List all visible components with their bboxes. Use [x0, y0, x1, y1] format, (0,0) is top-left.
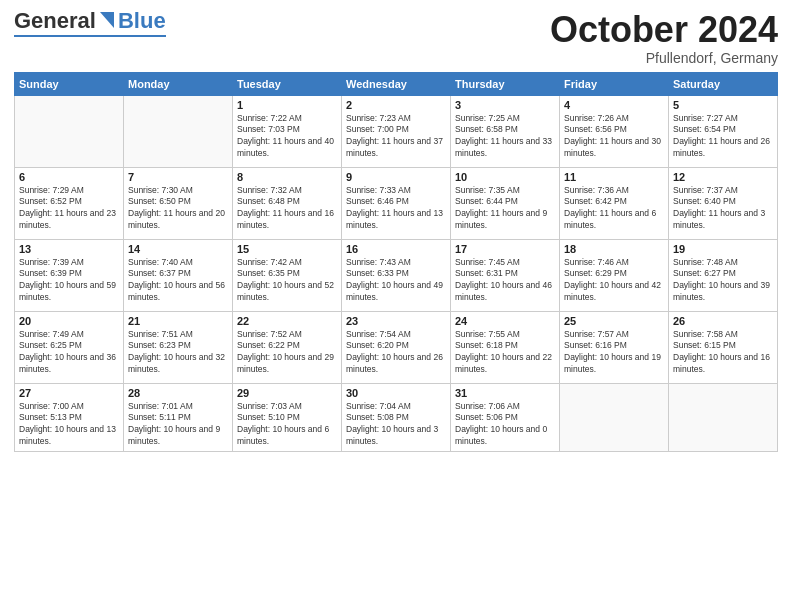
day-info: Sunrise: 7:35 AM Sunset: 6:44 PM Dayligh… — [455, 185, 555, 233]
location: Pfullendorf, Germany — [550, 50, 778, 66]
day-number: 9 — [346, 171, 446, 183]
day-info: Sunrise: 7:27 AM Sunset: 6:54 PM Dayligh… — [673, 113, 773, 161]
day-info: Sunrise: 7:43 AM Sunset: 6:33 PM Dayligh… — [346, 257, 446, 305]
day-info: Sunrise: 7:26 AM Sunset: 6:56 PM Dayligh… — [564, 113, 664, 161]
day-info: Sunrise: 7:49 AM Sunset: 6:25 PM Dayligh… — [19, 329, 119, 377]
table-row: 2Sunrise: 7:23 AM Sunset: 7:00 PM Daylig… — [342, 95, 451, 167]
calendar-header-row: Sunday Monday Tuesday Wednesday Thursday… — [15, 72, 778, 95]
day-number: 3 — [455, 99, 555, 111]
day-info: Sunrise: 7:54 AM Sunset: 6:20 PM Dayligh… — [346, 329, 446, 377]
day-info: Sunrise: 7:51 AM Sunset: 6:23 PM Dayligh… — [128, 329, 228, 377]
day-number: 30 — [346, 387, 446, 399]
day-info: Sunrise: 7:57 AM Sunset: 6:16 PM Dayligh… — [564, 329, 664, 377]
day-info: Sunrise: 7:33 AM Sunset: 6:46 PM Dayligh… — [346, 185, 446, 233]
day-info: Sunrise: 7:55 AM Sunset: 6:18 PM Dayligh… — [455, 329, 555, 377]
col-sunday: Sunday — [15, 72, 124, 95]
table-row — [15, 95, 124, 167]
table-row: 8Sunrise: 7:32 AM Sunset: 6:48 PM Daylig… — [233, 167, 342, 239]
day-number: 12 — [673, 171, 773, 183]
day-number: 15 — [237, 243, 337, 255]
table-row: 10Sunrise: 7:35 AM Sunset: 6:44 PM Dayli… — [451, 167, 560, 239]
day-number: 18 — [564, 243, 664, 255]
day-info: Sunrise: 7:36 AM Sunset: 6:42 PM Dayligh… — [564, 185, 664, 233]
day-number: 7 — [128, 171, 228, 183]
day-number: 4 — [564, 99, 664, 111]
table-row — [669, 383, 778, 452]
table-row: 21Sunrise: 7:51 AM Sunset: 6:23 PM Dayli… — [124, 311, 233, 383]
table-row: 16Sunrise: 7:43 AM Sunset: 6:33 PM Dayli… — [342, 239, 451, 311]
table-row: 20Sunrise: 7:49 AM Sunset: 6:25 PM Dayli… — [15, 311, 124, 383]
table-row: 18Sunrise: 7:46 AM Sunset: 6:29 PM Dayli… — [560, 239, 669, 311]
day-info: Sunrise: 7:29 AM Sunset: 6:52 PM Dayligh… — [19, 185, 119, 233]
col-tuesday: Tuesday — [233, 72, 342, 95]
col-friday: Friday — [560, 72, 669, 95]
table-row: 1Sunrise: 7:22 AM Sunset: 7:03 PM Daylig… — [233, 95, 342, 167]
day-number: 13 — [19, 243, 119, 255]
day-info: Sunrise: 7:39 AM Sunset: 6:39 PM Dayligh… — [19, 257, 119, 305]
day-number: 11 — [564, 171, 664, 183]
header: General Blue October 2024 Pfullendorf, G… — [14, 10, 778, 66]
table-row: 23Sunrise: 7:54 AM Sunset: 6:20 PM Dayli… — [342, 311, 451, 383]
day-info: Sunrise: 7:58 AM Sunset: 6:15 PM Dayligh… — [673, 329, 773, 377]
day-info: Sunrise: 7:01 AM Sunset: 5:11 PM Dayligh… — [128, 401, 228, 449]
day-info: Sunrise: 7:30 AM Sunset: 6:50 PM Dayligh… — [128, 185, 228, 233]
col-saturday: Saturday — [669, 72, 778, 95]
table-row: 27Sunrise: 7:00 AM Sunset: 5:13 PM Dayli… — [15, 383, 124, 452]
day-number: 8 — [237, 171, 337, 183]
day-info: Sunrise: 7:03 AM Sunset: 5:10 PM Dayligh… — [237, 401, 337, 449]
svg-marker-0 — [100, 12, 114, 28]
table-row: 14Sunrise: 7:40 AM Sunset: 6:37 PM Dayli… — [124, 239, 233, 311]
table-row: 9Sunrise: 7:33 AM Sunset: 6:46 PM Daylig… — [342, 167, 451, 239]
day-number: 23 — [346, 315, 446, 327]
day-number: 14 — [128, 243, 228, 255]
day-number: 22 — [237, 315, 337, 327]
day-info: Sunrise: 7:37 AM Sunset: 6:40 PM Dayligh… — [673, 185, 773, 233]
day-info: Sunrise: 7:42 AM Sunset: 6:35 PM Dayligh… — [237, 257, 337, 305]
table-row: 5Sunrise: 7:27 AM Sunset: 6:54 PM Daylig… — [669, 95, 778, 167]
table-row: 17Sunrise: 7:45 AM Sunset: 6:31 PM Dayli… — [451, 239, 560, 311]
day-info: Sunrise: 7:22 AM Sunset: 7:03 PM Dayligh… — [237, 113, 337, 161]
table-row: 28Sunrise: 7:01 AM Sunset: 5:11 PM Dayli… — [124, 383, 233, 452]
day-info: Sunrise: 7:32 AM Sunset: 6:48 PM Dayligh… — [237, 185, 337, 233]
day-number: 31 — [455, 387, 555, 399]
day-number: 20 — [19, 315, 119, 327]
table-row: 3Sunrise: 7:25 AM Sunset: 6:58 PM Daylig… — [451, 95, 560, 167]
table-row: 15Sunrise: 7:42 AM Sunset: 6:35 PM Dayli… — [233, 239, 342, 311]
day-number: 25 — [564, 315, 664, 327]
day-info: Sunrise: 7:23 AM Sunset: 7:00 PM Dayligh… — [346, 113, 446, 161]
col-thursday: Thursday — [451, 72, 560, 95]
day-number: 17 — [455, 243, 555, 255]
table-row: 30Sunrise: 7:04 AM Sunset: 5:08 PM Dayli… — [342, 383, 451, 452]
day-number: 16 — [346, 243, 446, 255]
day-number: 1 — [237, 99, 337, 111]
day-info: Sunrise: 7:25 AM Sunset: 6:58 PM Dayligh… — [455, 113, 555, 161]
table-row: 25Sunrise: 7:57 AM Sunset: 6:16 PM Dayli… — [560, 311, 669, 383]
day-number: 24 — [455, 315, 555, 327]
day-number: 28 — [128, 387, 228, 399]
day-info: Sunrise: 7:40 AM Sunset: 6:37 PM Dayligh… — [128, 257, 228, 305]
month-title: October 2024 — [550, 10, 778, 50]
day-number: 6 — [19, 171, 119, 183]
table-row — [124, 95, 233, 167]
calendar-table: Sunday Monday Tuesday Wednesday Thursday… — [14, 72, 778, 453]
day-number: 19 — [673, 243, 773, 255]
table-row: 22Sunrise: 7:52 AM Sunset: 6:22 PM Dayli… — [233, 311, 342, 383]
table-row: 31Sunrise: 7:06 AM Sunset: 5:06 PM Dayli… — [451, 383, 560, 452]
table-row — [560, 383, 669, 452]
table-row: 11Sunrise: 7:36 AM Sunset: 6:42 PM Dayli… — [560, 167, 669, 239]
day-number: 26 — [673, 315, 773, 327]
table-row: 24Sunrise: 7:55 AM Sunset: 6:18 PM Dayli… — [451, 311, 560, 383]
title-area: October 2024 Pfullendorf, Germany — [550, 10, 778, 66]
day-number: 2 — [346, 99, 446, 111]
day-info: Sunrise: 7:04 AM Sunset: 5:08 PM Dayligh… — [346, 401, 446, 449]
page-container: General Blue October 2024 Pfullendorf, G… — [0, 0, 792, 460]
table-row: 6Sunrise: 7:29 AM Sunset: 6:52 PM Daylig… — [15, 167, 124, 239]
table-row: 12Sunrise: 7:37 AM Sunset: 6:40 PM Dayli… — [669, 167, 778, 239]
table-row: 4Sunrise: 7:26 AM Sunset: 6:56 PM Daylig… — [560, 95, 669, 167]
day-info: Sunrise: 7:45 AM Sunset: 6:31 PM Dayligh… — [455, 257, 555, 305]
table-row: 7Sunrise: 7:30 AM Sunset: 6:50 PM Daylig… — [124, 167, 233, 239]
day-number: 10 — [455, 171, 555, 183]
col-wednesday: Wednesday — [342, 72, 451, 95]
day-number: 29 — [237, 387, 337, 399]
day-number: 21 — [128, 315, 228, 327]
